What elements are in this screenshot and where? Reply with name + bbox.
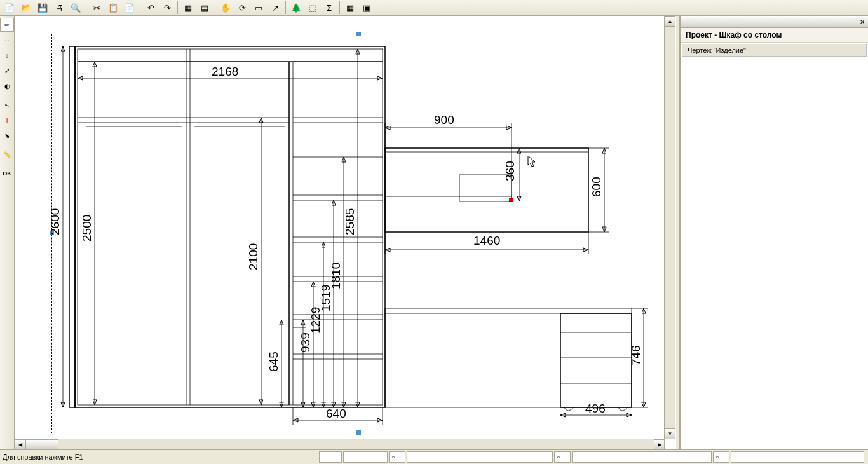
scrollbar-horizontal[interactable]: ◀ ▶: [15, 439, 665, 450]
save-button[interactable]: 💾: [35, 0, 50, 15]
ok-button[interactable]: OK: [0, 167, 14, 181]
tool-button[interactable]: ▭: [251, 0, 266, 15]
separator: [285, 1, 286, 14]
drawing-svg: 2168 900 360 600: [15, 16, 675, 450]
svg-rect-1: [78, 49, 383, 405]
paste-button[interactable]: 📄: [122, 0, 137, 15]
dim-939: 939: [299, 332, 312, 353]
status-cell: [343, 451, 388, 463]
redo-button[interactable]: ↷: [159, 0, 175, 15]
svg-rect-33: [560, 313, 632, 407]
svg-rect-0: [75, 46, 385, 407]
status-bar: Для справки нажмите F1 ▫ ▫ ▫: [0, 449, 868, 464]
scroll-up-button[interactable]: ▲: [665, 16, 675, 27]
dim-600: 600: [590, 177, 603, 197]
pencil-tool[interactable]: ✏: [0, 18, 14, 32]
status-cell: [572, 451, 712, 463]
dim-h-tool[interactable]: ↔: [0, 33, 14, 47]
status-cell: ▫: [713, 451, 729, 463]
dim-v-tool[interactable]: ↕: [0, 48, 14, 62]
drawing-canvas[interactable]: 2168 900 360 600: [15, 16, 675, 450]
scrollbar-vertical[interactable]: ▲ ▼: [664, 16, 675, 439]
print-button[interactable]: 🖨: [51, 0, 67, 15]
dim-360: 360: [503, 161, 517, 181]
dim-496: 496: [585, 402, 606, 415]
scroll-down-button[interactable]: ▼: [665, 428, 675, 439]
tree-item-drawing[interactable]: Чертеж "Изделие": [682, 44, 867, 57]
scroll-left-button[interactable]: ◀: [15, 439, 25, 450]
grid-button[interactable]: ▦: [180, 0, 196, 15]
dim-746: 746: [629, 345, 642, 365]
dim-2500: 2500: [80, 215, 93, 242]
sum-button[interactable]: Σ: [322, 0, 337, 15]
table-button[interactable]: ▦: [342, 0, 358, 15]
tool-button[interactable]: ↗: [268, 0, 283, 15]
splitter[interactable]: [675, 16, 680, 464]
tree-button[interactable]: 🌲: [288, 0, 304, 15]
dim-2600: 2600: [48, 208, 62, 235]
text-tool[interactable]: T: [0, 113, 14, 127]
scroll-right-button[interactable]: ▶: [654, 439, 665, 450]
dim-1229: 1229: [309, 307, 322, 334]
separator: [177, 1, 178, 14]
dim-1460: 1460: [473, 234, 500, 247]
dim-645: 645: [267, 351, 280, 372]
close-icon[interactable]: ✕: [858, 17, 867, 26]
tool-button[interactable]: ✋: [218, 0, 233, 15]
project-panel: ✕ Проект - Шкаф со столом Чертеж "Издели…: [680, 16, 868, 464]
status-cell: [407, 451, 553, 463]
dim-2168: 2168: [212, 65, 238, 78]
status-cell: ▫: [389, 451, 405, 463]
dim-900: 900: [434, 113, 454, 126]
svg-rect-26: [385, 148, 588, 232]
open-button[interactable]: 📂: [18, 0, 34, 15]
arrow-tool[interactable]: ↖: [0, 98, 14, 112]
new-button[interactable]: 📄: [2, 0, 17, 15]
hier-button[interactable]: ⬚: [305, 0, 320, 15]
status-cell: ▫: [554, 451, 571, 463]
preview-button[interactable]: 🔍: [68, 0, 83, 15]
status-cell: [319, 451, 342, 463]
separator: [215, 1, 215, 14]
layers-button[interactable]: ▣: [359, 0, 374, 15]
dim-2100: 2100: [247, 243, 260, 270]
copy-button[interactable]: 📋: [105, 0, 121, 15]
main-toolbar: 📄 📂 💾 🖨 🔍 ✂ 📋 📄 ↶ ↷ ▦ ▤ ✋ ⟳ ▭ ↗ 🌲 ⬚ Σ ▦ …: [0, 0, 868, 16]
dim-a-tool[interactable]: ⤢: [0, 64, 14, 78]
tool-button[interactable]: ⟳: [234, 0, 250, 15]
status-cell: [731, 451, 864, 463]
left-toolbar: ✏ ↔ ↕ ⤢ ◐ ↖ T ⬊ 📏 OK: [0, 16, 15, 464]
status-help: Для справки нажмите F1: [3, 453, 319, 461]
leader-tool[interactable]: ⬊: [0, 128, 14, 142]
scroll-thumb[interactable]: [25, 439, 58, 450]
undo-button[interactable]: ↶: [143, 0, 158, 15]
svg-rect-3: [69, 46, 75, 407]
dim-r-tool[interactable]: ◐: [0, 79, 14, 93]
align-button[interactable]: ▤: [197, 0, 212, 15]
panel-title: Проект - Шкаф со столом: [681, 28, 868, 43]
ruler-tool[interactable]: 📏: [0, 147, 14, 161]
cut-button[interactable]: ✂: [89, 0, 104, 15]
dim-640: 640: [326, 407, 346, 420]
separator: [140, 1, 140, 14]
dim-2585: 2585: [343, 208, 356, 235]
separator: [86, 1, 86, 14]
separator: [339, 1, 340, 14]
panel-header: ✕: [681, 16, 868, 28]
panel-content: Чертеж "Изделие": [681, 43, 868, 450]
